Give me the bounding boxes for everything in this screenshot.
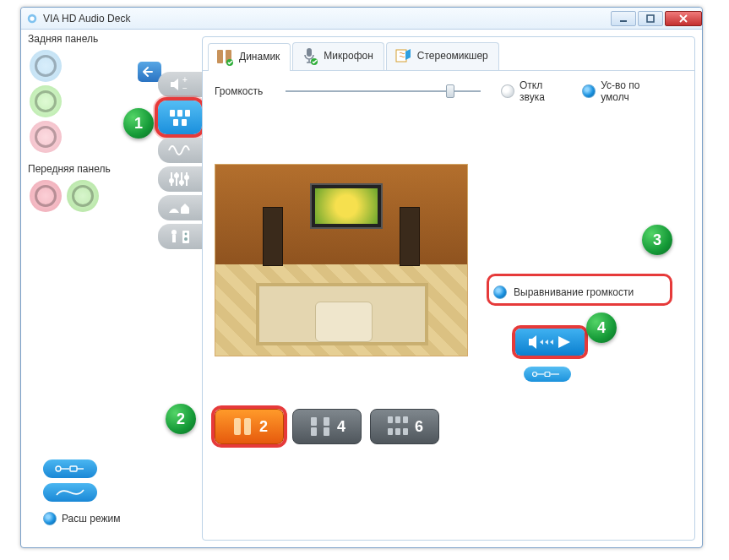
- app-icon: [26, 13, 38, 24]
- volume-row: Громкость Откл звука Ус-во по умолч: [203, 71, 694, 106]
- volume-label: Громкость: [215, 85, 286, 97]
- svg-point-29: [533, 372, 537, 377]
- svg-rect-2: [620, 20, 627, 22]
- side-tab-equalizer[interactable]: [158, 166, 202, 192]
- jack-rear-pink[interactable]: [30, 121, 62, 153]
- svg-rect-5: [70, 466, 77, 471]
- svg-rect-36: [324, 427, 329, 436]
- svg-rect-11: [173, 119, 178, 126]
- svg-rect-8: [170, 110, 175, 117]
- svg-point-16: [185, 176, 188, 179]
- rear-panel-label: Задняя панель: [21, 30, 158, 46]
- jack-rear-blue[interactable]: [30, 50, 62, 82]
- volume-slider[interactable]: [286, 84, 481, 98]
- tab-speaker-label: Динамик: [239, 51, 280, 63]
- svg-rect-42: [403, 428, 408, 435]
- side-tab-speakers[interactable]: [158, 101, 202, 134]
- svg-rect-20: [182, 231, 189, 243]
- svg-point-4: [56, 466, 61, 471]
- connector-button[interactable]: [43, 459, 97, 478]
- close-button[interactable]: [665, 11, 702, 26]
- svg-point-1: [30, 16, 34, 20]
- mute-label: Откл звука: [520, 79, 570, 103]
- svg-rect-23: [217, 50, 223, 63]
- svg-rect-32: [244, 418, 251, 435]
- side-tab-environment[interactable]: [158, 195, 202, 220]
- svg-rect-38: [395, 416, 400, 423]
- minimize-button[interactable]: [611, 11, 636, 26]
- default-label: Ус-во по умолч: [601, 79, 671, 103]
- front-panel-label: Передняя панель: [21, 160, 158, 177]
- annotation-step-3: 3: [642, 225, 672, 255]
- maximize-button[interactable]: [638, 11, 663, 26]
- default-device-toggle[interactable]: Ус-во по умолч: [582, 79, 671, 103]
- count-2-label: 2: [259, 418, 268, 436]
- top-tabs: Динамик Микрофон Стереомикшер: [203, 37, 694, 71]
- annotation-step-2: 2: [166, 404, 196, 434]
- side-tab-wave[interactable]: [158, 138, 202, 163]
- svg-point-15: [180, 181, 183, 184]
- radio-on-icon: [582, 84, 596, 98]
- microphone-icon: [300, 46, 318, 65]
- window-title: VIA HD Audio Deck: [43, 13, 609, 24]
- jack-front-pink[interactable]: [30, 180, 62, 212]
- tab-stereomixer-label: Стереомикшер: [417, 50, 488, 62]
- radio-on-icon: [493, 285, 507, 299]
- side-tab-room[interactable]: [158, 224, 202, 249]
- mute-toggle[interactable]: Откл звука: [501, 79, 570, 103]
- adv-mode-label: Расш режим: [62, 513, 120, 525]
- loudness-leveling-label: Выравнивание громкости: [514, 286, 634, 298]
- side-tabs: +−: [158, 72, 202, 253]
- speaker-count-2[interactable]: 2: [215, 409, 284, 444]
- svg-rect-37: [388, 416, 393, 423]
- svg-rect-39: [403, 416, 408, 423]
- svg-rect-40: [388, 428, 393, 435]
- svg-rect-31: [234, 418, 241, 435]
- jack-rear-green[interactable]: [30, 85, 62, 117]
- slider-thumb[interactable]: [446, 84, 454, 98]
- speaker-count-4[interactable]: 4: [292, 409, 362, 444]
- svg-rect-35: [311, 427, 317, 436]
- svg-point-18: [171, 230, 177, 235]
- svg-rect-33: [311, 417, 317, 426]
- radio-off-icon: [501, 84, 514, 98]
- tool-button[interactable]: [43, 483, 97, 502]
- app-window: VIA HD Audio Deck Задняя панель Передняя…: [20, 7, 703, 548]
- side-tab-volume[interactable]: +−: [158, 72, 202, 97]
- svg-rect-19: [172, 235, 176, 242]
- svg-point-14: [175, 174, 178, 177]
- mini-connector-button[interactable]: [524, 367, 571, 382]
- svg-rect-28: [396, 50, 406, 62]
- jack-front-green[interactable]: [67, 180, 99, 212]
- svg-rect-12: [182, 119, 187, 126]
- svg-rect-26: [307, 48, 312, 57]
- svg-point-22: [184, 237, 188, 241]
- svg-rect-10: [185, 110, 190, 117]
- svg-text:−: −: [182, 84, 188, 93]
- svg-rect-3: [647, 15, 654, 22]
- annotation-step-4: 4: [586, 313, 617, 343]
- main-panel: Динамик Микрофон Стереомикшер: [202, 36, 695, 541]
- adv-mode-toggle[interactable]: Расш режим: [43, 512, 161, 525]
- svg-rect-9: [177, 110, 182, 117]
- annotation-step-1: 1: [123, 108, 154, 139]
- speaker-icon: [215, 47, 234, 66]
- radio-on-icon: [43, 512, 57, 525]
- svg-point-21: [185, 233, 188, 236]
- left-panel: Задняя панель Передняя панель: [21, 30, 158, 547]
- svg-rect-34: [324, 417, 329, 426]
- count-4-label: 4: [337, 418, 345, 436]
- loudness-leveling-toggle[interactable]: Выравнивание громкости: [493, 285, 683, 299]
- svg-rect-17: [181, 208, 189, 214]
- stereomixer-icon: [394, 46, 412, 65]
- test-play-button[interactable]: [515, 329, 585, 356]
- titlebar: VIA HD Audio Deck: [21, 8, 702, 30]
- tab-microphone-label: Микрофон: [324, 50, 373, 62]
- tab-speaker[interactable]: Динамик: [208, 43, 291, 71]
- tab-stereomixer[interactable]: Стереомикшер: [386, 42, 499, 70]
- speaker-count-row: 2 4 6: [215, 409, 439, 444]
- svg-rect-41: [395, 428, 400, 435]
- count-6-label: 6: [415, 418, 423, 436]
- tab-microphone[interactable]: Микрофон: [292, 42, 384, 70]
- speaker-count-6[interactable]: 6: [370, 409, 439, 444]
